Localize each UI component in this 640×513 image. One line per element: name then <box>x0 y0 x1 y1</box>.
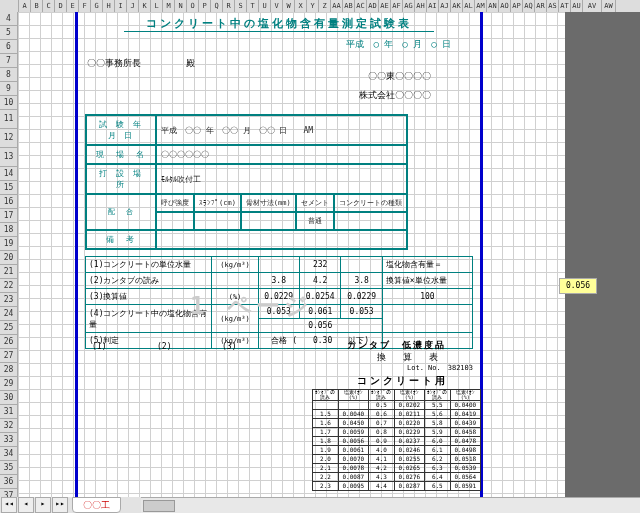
conv-title-3: コンクリート用 <box>357 374 448 388</box>
row-26[interactable]: 26 <box>0 335 18 349</box>
mix-v3: 普通 <box>296 212 334 230</box>
col-N[interactable]: N <box>175 0 187 12</box>
col-AW[interactable]: AW <box>602 0 616 12</box>
col-U[interactable]: U <box>259 0 271 12</box>
row-17[interactable]: 17 <box>0 209 18 223</box>
row-18[interactable]: 18 <box>0 223 18 237</box>
row-24[interactable]: 24 <box>0 307 18 321</box>
col-M[interactable]: M <box>163 0 175 12</box>
row-14[interactable]: 14 <box>0 167 18 181</box>
col-AF[interactable]: AF <box>391 0 403 12</box>
col-AU[interactable]: AU <box>571 0 583 12</box>
col-Y[interactable]: Y <box>307 0 319 12</box>
row-4[interactable]: 4 <box>0 12 18 26</box>
col-AN[interactable]: AN <box>487 0 499 12</box>
row-15[interactable]: 15 <box>0 181 18 195</box>
col-R[interactable]: R <box>223 0 235 12</box>
col-AC[interactable]: AC <box>355 0 367 12</box>
col-AE[interactable]: AE <box>379 0 391 12</box>
col-Q[interactable]: Q <box>211 0 223 12</box>
col-B[interactable]: B <box>31 0 43 12</box>
doc-title: コンクリート中の塩化物含有量測定試験表 <box>77 12 481 32</box>
row-12[interactable]: 12 <box>0 129 18 148</box>
row-8[interactable]: 8 <box>0 68 18 82</box>
date-line: 平成 ○ 年 ○ 月 ○ 日 <box>77 32 481 51</box>
row-29[interactable]: 29 <box>0 377 18 391</box>
col-L[interactable]: L <box>151 0 163 12</box>
row-6[interactable]: 6 <box>0 40 18 54</box>
last-sheet-icon[interactable]: ▸▸ <box>52 497 68 513</box>
row-19[interactable]: 19 <box>0 237 18 251</box>
col-K[interactable]: K <box>139 0 151 12</box>
prev-sheet-icon[interactable]: ◂ <box>18 497 34 513</box>
col-AR[interactable]: AR <box>535 0 547 12</box>
col-AO[interactable]: AO <box>499 0 511 12</box>
col-C[interactable]: C <box>43 0 55 12</box>
row-28[interactable]: 28 <box>0 363 18 377</box>
col-AT[interactable]: AT <box>559 0 571 12</box>
col-AL[interactable]: AL <box>463 0 475 12</box>
row-36[interactable]: 36 <box>0 475 18 489</box>
col-W[interactable]: W <box>283 0 295 12</box>
row-9[interactable]: 9 <box>0 82 18 96</box>
row-27[interactable]: 27 <box>0 349 18 363</box>
col-Z[interactable]: Z <box>319 0 331 12</box>
col-AA[interactable]: AA <box>331 0 343 12</box>
row-30[interactable]: 30 <box>0 391 18 405</box>
tab-nav-buttons[interactable]: ◂◂◂▸▸▸ <box>0 497 68 513</box>
row-34[interactable]: 34 <box>0 447 18 461</box>
row-33[interactable]: 33 <box>0 433 18 447</box>
first-sheet-icon[interactable]: ◂◂ <box>1 497 17 513</box>
row-16[interactable]: 16 <box>0 195 18 209</box>
col-AG[interactable]: AG <box>403 0 415 12</box>
row-31[interactable]: 31 <box>0 405 18 419</box>
sheet-tab-active[interactable]: 〇〇工 <box>72 497 121 513</box>
col-O[interactable]: O <box>187 0 199 12</box>
row-22[interactable]: 22 <box>0 279 18 293</box>
col-AK[interactable]: AK <box>451 0 463 12</box>
col-I[interactable]: I <box>115 0 127 12</box>
col-V[interactable]: V <box>271 0 283 12</box>
row-21[interactable]: 21 <box>0 265 18 279</box>
sheet-tab-bar[interactable]: ◂◂◂▸▸▸ 〇〇工 <box>0 497 640 513</box>
col-AS[interactable]: AS <box>547 0 559 12</box>
col-E[interactable]: E <box>67 0 79 12</box>
row-25[interactable]: 25 <box>0 321 18 335</box>
col-AP[interactable]: AP <box>511 0 523 12</box>
col-AD[interactable]: AD <box>367 0 379 12</box>
col-AQ[interactable]: AQ <box>523 0 535 12</box>
col-F[interactable]: F <box>79 0 91 12</box>
scrollbar-thumb[interactable] <box>143 500 175 512</box>
col-A[interactable]: A <box>19 0 31 12</box>
col-G[interactable]: G <box>91 0 103 12</box>
row-23[interactable]: 23 <box>0 293 18 307</box>
col-H[interactable]: H <box>103 0 115 12</box>
col-J[interactable]: J <box>127 0 139 12</box>
col-AM[interactable]: AM <box>475 0 487 12</box>
col-AJ[interactable]: AJ <box>439 0 451 12</box>
conv-lot: Lot. No. 382103 <box>407 363 473 373</box>
col-P[interactable]: P <box>199 0 211 12</box>
col-AI[interactable]: AI <box>427 0 439 12</box>
row-11[interactable]: 11 <box>0 110 18 129</box>
col-AV[interactable]: AV <box>583 0 602 12</box>
row-35[interactable]: 35 <box>0 461 18 475</box>
mix-h4: コンクリートの種類 <box>334 194 407 212</box>
row-headers[interactable]: 4 5 6 7 8 9 10 11 12 13 14 15 16 17 18 1… <box>0 12 18 513</box>
row-20[interactable]: 20 <box>0 251 18 265</box>
col-AH[interactable]: AH <box>415 0 427 12</box>
row-13[interactable]: 13 <box>0 148 18 167</box>
horizontal-scrollbar[interactable] <box>141 497 640 513</box>
col-T[interactable]: T <box>247 0 259 12</box>
col-X[interactable]: X <box>295 0 307 12</box>
col-D[interactable]: D <box>55 0 67 12</box>
col-AB[interactable]: AB <box>343 0 355 12</box>
d2-u <box>212 273 258 289</box>
row-32[interactable]: 32 <box>0 419 18 433</box>
site-value: 〇〇〇〇〇〇 <box>156 145 407 164</box>
row-10[interactable]: 10 <box>0 96 18 110</box>
next-sheet-icon[interactable]: ▸ <box>35 497 51 513</box>
row-7[interactable]: 7 <box>0 54 18 68</box>
col-S[interactable]: S <box>235 0 247 12</box>
row-5[interactable]: 5 <box>0 26 18 40</box>
